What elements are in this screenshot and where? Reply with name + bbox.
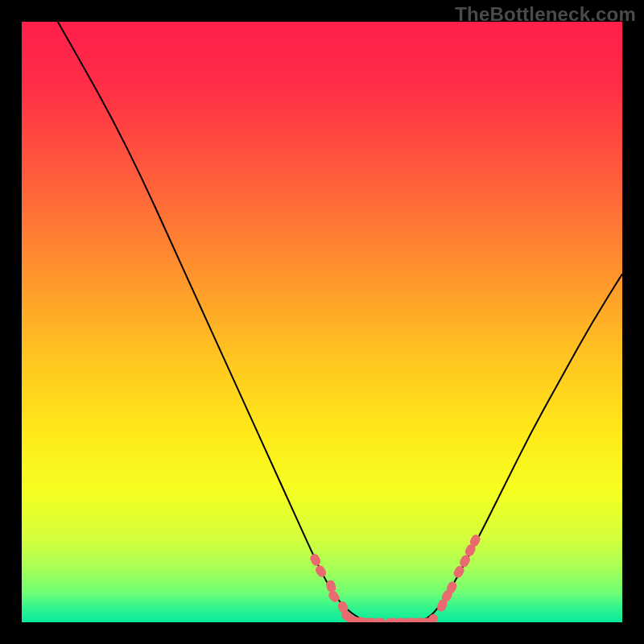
chart-container: TheBottleneck.com [0, 0, 644, 644]
watermark-label: TheBottleneck.com [455, 3, 636, 26]
gradient-background [22, 22, 622, 622]
bottleneck-chart [22, 22, 622, 622]
plot-area [22, 22, 622, 622]
